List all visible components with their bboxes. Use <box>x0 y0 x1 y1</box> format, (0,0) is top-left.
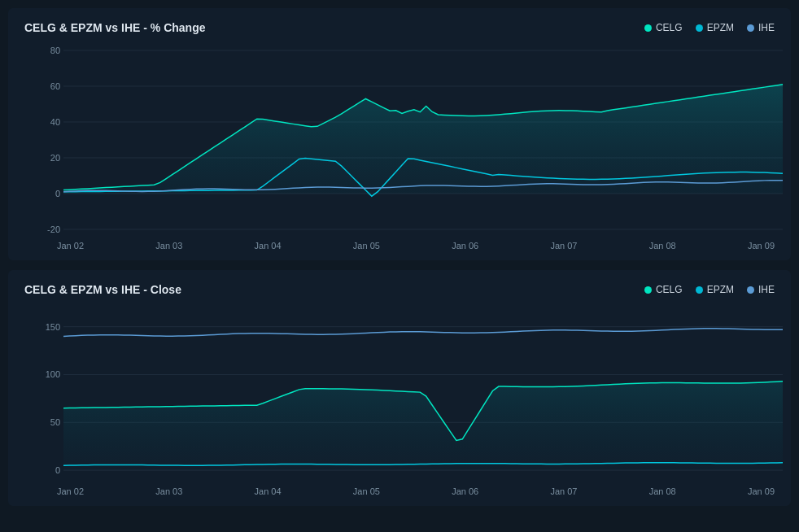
legend-1: CELG EPZM IHE <box>644 22 775 33</box>
x-label-2-6: Jan 08 <box>649 486 676 496</box>
legend-dot-epzm-1 <box>696 24 703 32</box>
x-label-1-3: Jan 05 <box>353 241 380 251</box>
legend-epzm-1: EPZM <box>696 22 734 33</box>
x-labels-2: Jan 02 Jan 03 Jan 04 Jan 05 Jan 06 Jan 0… <box>24 483 775 496</box>
x-label-1-1: Jan 03 <box>155 241 182 251</box>
x-label-1-0: Jan 02 <box>57 241 84 251</box>
x-label-2-1: Jan 03 <box>155 486 182 496</box>
legend-2: CELG EPZM IHE <box>644 284 775 295</box>
legend-label-celg-1: CELG <box>656 22 683 33</box>
legend-dot-celg-1 <box>644 24 652 32</box>
x-label-2-0: Jan 02 <box>57 486 84 496</box>
x-label-1-4: Jan 06 <box>452 241 478 251</box>
chart-area-1 <box>24 42 775 238</box>
legend-dot-celg-2 <box>644 286 652 294</box>
legend-celg-1: CELG <box>644 22 683 33</box>
pct-change-chart: CELG & EPZM vs IHE - % Change CELG EPZM … <box>8 8 791 260</box>
x-label-1-7: Jan 09 <box>748 241 775 251</box>
legend-ihe-1: IHE <box>747 22 775 33</box>
x-label-1-2: Jan 04 <box>255 241 282 251</box>
legend-label-ihe-2: IHE <box>758 284 775 295</box>
chart-area-2 <box>24 304 775 483</box>
legend-label-ihe-1: IHE <box>758 22 775 33</box>
legend-label-celg-2: CELG <box>656 284 683 295</box>
x-label-2-2: Jan 04 <box>255 486 282 496</box>
chart-title-1: CELG & EPZM vs IHE - % Change <box>24 21 205 34</box>
x-label-2-4: Jan 06 <box>452 486 478 496</box>
close-chart: CELG & EPZM vs IHE - Close CELG EPZM IHE… <box>8 270 791 506</box>
x-label-2-5: Jan 07 <box>550 486 577 496</box>
legend-dot-ihe-1 <box>747 24 754 32</box>
legend-dot-epzm-2 <box>696 286 703 294</box>
legend-ihe-2: IHE <box>747 284 775 295</box>
legend-epzm-2: EPZM <box>696 284 734 295</box>
legend-celg-2: CELG <box>644 284 683 295</box>
legend-dot-ihe-2 <box>747 286 754 294</box>
chart-header-1: CELG & EPZM vs IHE - % Change CELG EPZM … <box>24 21 775 34</box>
x-label-2-3: Jan 05 <box>353 486 380 496</box>
chart-title-2: CELG & EPZM vs IHE - Close <box>24 283 181 296</box>
x-label-1-5: Jan 07 <box>550 241 577 251</box>
canvas-close <box>24 304 791 483</box>
x-label-1-6: Jan 08 <box>649 241 676 251</box>
x-labels-1: Jan 02 Jan 03 Jan 04 Jan 05 Jan 06 Jan 0… <box>24 238 775 251</box>
legend-label-epzm-1: EPZM <box>707 22 734 33</box>
legend-label-epzm-2: EPZM <box>707 284 734 295</box>
canvas-pct-change <box>24 42 791 238</box>
x-label-2-7: Jan 09 <box>748 486 775 496</box>
chart-header-2: CELG & EPZM vs IHE - Close CELG EPZM IHE <box>24 283 775 296</box>
